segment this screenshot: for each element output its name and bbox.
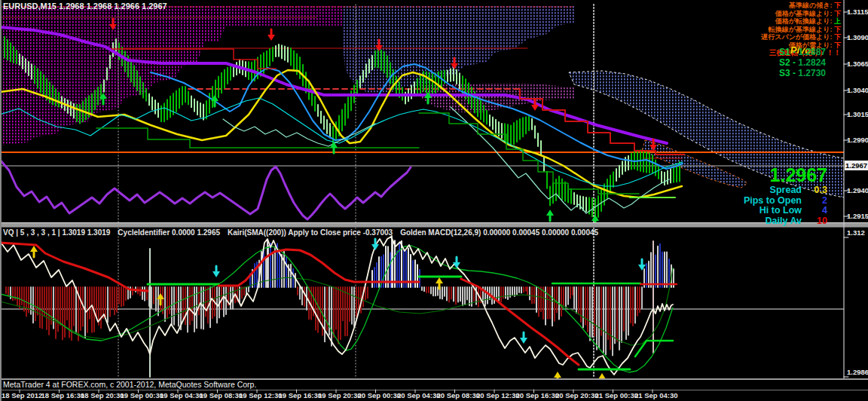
quote-row-value: 0.3 xyxy=(802,185,827,196)
time-axis-label: 20 Sep 00:30 xyxy=(358,391,402,399)
pivot-level-row: S1 - 1.2887 xyxy=(779,47,826,57)
pivot-level-row: S3 - 1.2730 xyxy=(779,68,826,78)
price-axis-label: 1.2990 xyxy=(847,136,868,144)
quote-info-box: 1.2967 Spread0.3Pips to Open2Hi to Low4D… xyxy=(744,167,827,226)
indicator-values-header: VQ | 5 , 3 , 3 , 1 | 1.3019 1.3019CycleI… xyxy=(3,228,606,237)
time-axis-label: 20 Sep 20:30 xyxy=(555,391,599,399)
ichimoku-status-row: 価格が基準線より: 下 xyxy=(775,10,841,18)
ichimoku-status-row: 遅行スパンが価格より: 下 xyxy=(761,33,841,41)
price-axis-label: 1.2915 xyxy=(847,212,868,220)
time-axis-label: 21 Sep 00:30 xyxy=(595,391,639,399)
time-axis-label: 19 Sep 16:30 xyxy=(279,391,322,399)
indicator-header-segment: CycleIdentifier 0.0000 1.2965 xyxy=(118,228,220,237)
ichimoku-status-value: 下 xyxy=(834,41,841,49)
time-axis-label: 20 Sep 08:30 xyxy=(437,391,481,399)
ichimoku-status-value: 下 xyxy=(834,26,841,33)
time-axis-label: 19 Sep 04:30 xyxy=(160,391,203,399)
quote-row: Pips to Open2 xyxy=(744,196,827,207)
pivot-name: S3 - xyxy=(779,68,798,78)
time-axis-label: 21 Sep 04:30 xyxy=(634,391,678,399)
quote-row-label: Pips to Open xyxy=(744,196,802,207)
ichimoku-status-label: 遅行スパンが価格より: xyxy=(761,33,834,41)
time-axis-label: 20 Sep 04:30 xyxy=(397,391,441,399)
status-bar-text: MetaTrader 4 at FOREX.com, c 2001-2012, … xyxy=(3,380,256,389)
pivot-name: S1 - xyxy=(779,47,798,57)
quote-row-label: Daily Av xyxy=(766,216,802,227)
quote-row-value: 2 xyxy=(802,196,827,207)
time-axis-label: 20 Sep 12:30 xyxy=(476,391,520,399)
current-price: 1.2967 xyxy=(744,167,827,183)
ichimoku-status-value: 下 xyxy=(834,10,841,17)
time-axis-label: 20 Sep 16:30 xyxy=(516,391,560,399)
ichimoku-status-label: 基準線の傾き: xyxy=(789,2,834,9)
price-axis-label: 1.312 xyxy=(847,228,865,237)
pivot-level-row: S2 - 1.2824 xyxy=(779,57,826,68)
current-price-tag: 1.2967 xyxy=(845,161,868,170)
pivot-value: 1.2824 xyxy=(798,57,826,68)
indicator-header-segment: Kairi(SMA((200)) Apply to Close price -0… xyxy=(228,228,393,237)
symbol-ohlc-title: EURUSD,M15 1.2968 1.2968 1.2966 1.2967 xyxy=(3,2,167,11)
ichimoku-status-row: 価格が転換線より: 上 xyxy=(775,17,841,26)
time-axis-label: 19 Sep 00:30 xyxy=(121,391,164,399)
time-axis-label: 19 Sep 20:30 xyxy=(318,391,362,399)
price-axis-label: 1.3090 xyxy=(847,33,868,41)
quote-row: Hi to Low4 xyxy=(744,206,827,216)
ichimoku-status-value: 下 xyxy=(834,33,841,41)
ichimoku-status-value: 上 xyxy=(834,17,841,25)
price-axis-label: 1.2940 xyxy=(847,186,868,194)
ichimoku-status-label: 転換線が基準線より: xyxy=(769,26,834,33)
time-axis-label: 19 Sep 08:30 xyxy=(200,391,243,399)
mt4-chart-window: EURUSD,M15 1.2968 1.2968 1.2966 1.2967 基… xyxy=(0,0,868,401)
ichimoku-status-value: 下 xyxy=(834,2,841,9)
chart-canvas[interactable] xyxy=(0,0,868,401)
pivot-value: 1.2887 xyxy=(798,47,826,57)
time-axis-label: 19 Sep 12:30 xyxy=(239,391,283,399)
ichimoku-status-label: 価格が転換線より: xyxy=(775,17,834,25)
time-axis[interactable]: 18 Sep 201218 Sep 16:3018 Sep 20:3019 Se… xyxy=(0,391,868,401)
quote-row: Daily Av10 xyxy=(744,216,827,227)
price-axis[interactable]: 1.2967 1.31151.30901.30651.30401.30151.2… xyxy=(845,0,868,378)
quote-row-label: Spread xyxy=(770,185,802,196)
quote-row: Spread0.3 xyxy=(744,185,827,196)
price-axis-label: 1.3115 xyxy=(847,8,868,16)
time-axis-label: 18 Sep 20:30 xyxy=(81,391,124,399)
price-axis-label: 1.3065 xyxy=(847,60,868,68)
indicator-header-segment: VQ | 5 , 3 , 3 , 1 | 1.3019 1.3019 xyxy=(3,228,110,237)
price-axis-label: 1.2986 xyxy=(847,368,868,376)
quote-row-value: 10 xyxy=(802,216,827,227)
pivot-levels: S1 - 1.2887S2 - 1.2824S3 - 1.2730 xyxy=(779,47,826,78)
price-axis-label: 1.3040 xyxy=(847,86,868,94)
time-axis-label: 18 Sep 2012 xyxy=(2,391,42,399)
time-axis-label: 18 Sep 16:30 xyxy=(41,391,85,399)
indicator-header-segment: Golden MACD(12,26,9) 0.00000 0.00045 0.0… xyxy=(400,228,598,237)
pivot-name: S2 - xyxy=(779,57,798,68)
ichimoku-status-row: 基準線の傾き: 下 xyxy=(789,2,841,10)
price-axis-label: 1.3015 xyxy=(847,110,868,118)
pivot-value: 1.2730 xyxy=(798,68,826,78)
quote-row-label: Hi to Low xyxy=(760,206,802,216)
ichimoku-status-row: 転換線が基準線より: 下 xyxy=(769,26,841,34)
ichimoku-status-label: 価格が基準線より: xyxy=(775,10,834,17)
quote-row-value: 4 xyxy=(802,206,827,216)
